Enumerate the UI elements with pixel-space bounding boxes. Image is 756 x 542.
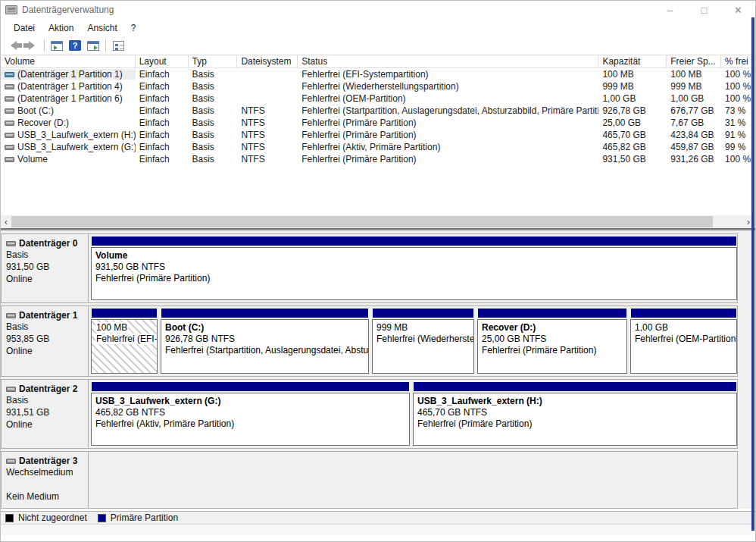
disk-name: Datenträger 0 [19,238,77,249]
partition-block[interactable]: Recover (D:)25,00 GB NTFSFehlerfrei (Pri… [477,308,627,374]
disk-label-1[interactable]: Datenträger 1Basis953,85 GBOnline [2,306,89,376]
disk-icon [6,459,16,464]
table-row[interactable]: Recover (D:)EinfachBasisNTFSFehlerfrei (… [1,117,755,129]
partition-color-bar [414,382,736,391]
toolbar-separator [44,39,45,52]
free-space-cell: 7,67 GB [667,117,721,128]
console-tree-button[interactable] [48,38,66,54]
table-row[interactable]: VolumeEinfachBasisNTFSFehlerfrei (Primär… [1,153,755,165]
table-row[interactable]: (Datenträger 1 Partition 1)EinfachBasisF… [1,68,755,80]
scrollbar-thumb[interactable] [11,216,713,227]
legend-swatch [5,514,14,522]
column-header-7[interactable]: % frei [721,55,755,68]
back-arrow-icon [11,41,17,50]
partition-status: Fehlerfrei (OEM-Partition [635,334,733,345]
disk-info-line: Wechselmedium [6,467,85,478]
free-space-cell: 676,77 GB [667,105,721,116]
type-cell: Basis [189,81,238,92]
capacity-cell: 25,00 GB [598,117,667,128]
minimize-button[interactable]: – [653,1,687,19]
partition-status: Fehlerfrei (EFI-S [95,334,153,345]
capacity-cell: 999 MB [598,81,667,92]
capacity-cell: 931,50 GB [598,154,667,164]
table-row[interactable]: Boot (C:)EinfachBasisNTFSFehlerfrei (Sta… [1,105,755,117]
capacity-cell: 465,70 GB [598,130,667,140]
partition-name: Volume [95,250,733,262]
column-header-6[interactable]: Freier Sp... [667,55,721,68]
partition-area [89,452,737,508]
window-title: Datenträgerverwaltung [22,5,114,15]
volume-cell: Volume [1,154,136,164]
menu-item-aktion[interactable]: Aktion [42,20,80,36]
status-cell: Fehlerfrei (EFI-Systempartition) [298,69,598,80]
column-header-4[interactable]: Status [298,55,598,68]
action-window-icon [87,41,99,51]
layout-cell: Einfach [136,142,189,152]
partition-status: Fehlerfrei (Primäre Partition) [95,273,733,284]
partition-block[interactable]: 1,00 GBFehlerfrei (OEM-Partition [630,308,737,374]
column-header-1[interactable]: Layout [136,55,189,68]
partition-block[interactable]: 100 MBFehlerfrei (EFI-S [91,308,158,374]
column-header-0[interactable]: Volume [1,55,136,68]
volume-cell: (Datenträger 1 Partition 4) [1,81,136,92]
partition-body: 100 MBFehlerfrei (EFI-S [91,319,158,374]
filesystem-cell: NTFS [237,154,298,164]
menu-item-?[interactable]: ? [124,20,143,36]
partition-size: 465,82 GB NTFS [95,407,405,418]
partition-block[interactable]: Volume931,50 GB NTFSFehlerfrei (Primäre … [91,236,737,300]
disk-label-3[interactable]: Datenträger 3Wechselmedium Kein Medium [2,452,89,508]
disk-info-line: Online [6,274,85,285]
partition-name: Recover (D:) [482,322,623,334]
help-button[interactable]: ? [66,38,84,54]
toolbar-separator [105,39,106,52]
disk-info-line: Basis [6,321,85,333]
layout-cell: Einfach [136,81,189,92]
menu-item-ansicht[interactable]: Ansicht [80,20,123,36]
maximize-button[interactable]: □ [687,1,721,19]
forward-arrow-icon [29,41,35,50]
close-button[interactable]: ✕ [721,1,755,19]
scroll-left-icon[interactable]: ‹ [1,215,11,228]
partition-body: Recover (D:)25,00 GB NTFSFehlerfrei (Pri… [477,319,627,374]
disk-graphical-view: Datenträger 0Basis931,50 GBOnlineVolume9… [1,230,755,509]
percent-free-cell: 100 % [721,154,755,164]
layout-cell: Einfach [136,154,189,164]
column-header-5[interactable]: Kapazität [598,55,667,68]
partition-block[interactable]: USB_3_Laufwerk_extern (H:)465,70 GB NTFS… [413,381,737,446]
background-window-edge [751,17,754,531]
properties-button[interactable] [109,38,127,54]
disk-label-0[interactable]: Datenträger 0Basis931,50 GBOnline [2,234,89,302]
status-strip [1,524,755,534]
back-button[interactable] [5,38,23,54]
status-cell: Fehlerfrei (Aktiv, Primäre Partition) [298,142,598,152]
volume-list-header: VolumeLayoutTypDateisystemStatusKapazitä… [1,55,755,68]
partition-color-bar [92,309,157,318]
column-header-3[interactable]: Dateisystem [237,55,298,68]
disk-label-2[interactable]: Datenträger 2Basis931,51 GBOnline [2,380,89,448]
volume-cell: Recover (D:) [1,117,136,128]
disk-info-line [6,479,85,490]
disk-name: Datenträger 3 [19,456,77,466]
partition-block[interactable]: Boot (C:)926,78 GB NTFSFehlerfrei (Start… [161,308,369,374]
disk-row-1: Datenträger 1Basis953,85 GBOnline100 MBF… [1,305,738,377]
partition-size: 100 MB [95,322,153,334]
free-space-cell: 999 MB [667,81,721,92]
table-row[interactable]: (Datenträger 1 Partition 4)EinfachBasisF… [1,80,755,92]
partition-block[interactable]: 999 MBFehlerfrei (Wiederherstell [372,308,474,374]
disk-info-line: 931,50 GB [6,262,85,273]
horizontal-scrollbar[interactable]: ‹ › [1,215,755,228]
partition-status: Fehlerfrei (Primäre Partition) [482,345,623,356]
table-row[interactable]: (Datenträger 1 Partition 6)EinfachBasisF… [1,92,755,105]
legend-label: Primäre Partition [111,512,178,523]
forward-button[interactable] [23,38,41,54]
volume-name: Volume [17,154,48,164]
partition-block[interactable]: USB_3_Laufwerk_extern (G:)465,82 GB NTFS… [91,381,410,446]
table-row[interactable]: USB_3_Laufwerk_extern (H:)EinfachBasisNT… [1,129,755,141]
menu-item-datei[interactable]: Datei [7,20,42,36]
column-header-2[interactable]: Typ [189,55,238,68]
action-pane-button[interactable] [84,38,102,54]
layout-cell: Einfach [136,117,189,128]
table-row[interactable]: USB_3_Laufwerk_extern (G:)EinfachBasisNT… [1,141,755,153]
volume-cell: Boot (C:) [1,105,136,116]
partition-size: 1,00 GB [635,322,733,334]
